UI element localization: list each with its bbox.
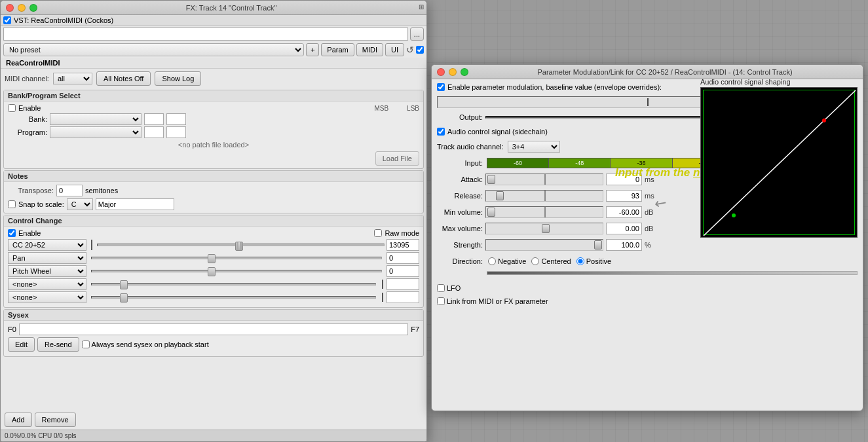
scale-name-input[interactable] (96, 198, 174, 210)
preset-controls-row: No preset + Param MIDI UI ↺ (1, 42, 426, 58)
cc2-value[interactable] (387, 252, 419, 264)
cc3-value[interactable] (387, 265, 419, 277)
signal-shaping-display[interactable] (700, 87, 858, 238)
enable-bank-checkbox[interactable] (8, 104, 16, 112)
program-row: Program: (8, 126, 419, 138)
cc-row-4: <none> (8, 278, 419, 290)
attack-slider[interactable] (485, 174, 603, 185)
midi-button[interactable]: MIDI (356, 43, 383, 56)
link-midi-label: Link from MIDI or FX parameter (437, 297, 858, 305)
cc5-select[interactable]: <none> (8, 291, 86, 303)
midi-channel-label: MIDI channel: (5, 75, 49, 83)
maximize-button[interactable] (29, 4, 37, 12)
sysex-edit-button[interactable]: Edit (8, 337, 35, 352)
param-button[interactable]: Param (321, 43, 354, 56)
preset-select[interactable]: No preset (3, 43, 304, 56)
max-volume-thumb (542, 224, 550, 233)
strength-slider[interactable] (485, 239, 603, 251)
cc4-value[interactable] (387, 278, 419, 290)
cc2-slider[interactable] (91, 257, 382, 259)
snap-checkbox[interactable] (8, 200, 16, 208)
always-send-label: Always send sysex on playback start (82, 341, 209, 348)
program-msb-input[interactable] (144, 126, 164, 138)
cc3-slider[interactable] (91, 270, 382, 272)
cc1-slider[interactable] (97, 244, 385, 246)
max-volume-value[interactable] (606, 223, 642, 234)
release-value[interactable] (606, 190, 642, 202)
bank-lsb-input[interactable] (166, 113, 186, 125)
raw-mode-checkbox[interactable] (374, 229, 382, 237)
direction-negative-radio[interactable] (488, 257, 496, 265)
snap-row: Snap to scale: C (8, 198, 419, 210)
cc2-select[interactable]: Pan (8, 252, 86, 264)
bank-select[interactable] (50, 113, 142, 125)
param-maximize-button[interactable] (461, 68, 468, 76)
enable-param-checkbox[interactable] (437, 83, 445, 91)
link-midi-checkbox[interactable] (437, 297, 445, 305)
cc-enable-checkbox[interactable] (8, 229, 16, 237)
strength-value[interactable] (606, 239, 642, 251)
cc1-value[interactable] (387, 239, 419, 251)
all-notes-off-button[interactable]: All Notes Off (96, 71, 151, 86)
remove-button[interactable]: Remove (35, 413, 76, 427)
track-channel-select[interactable]: 3+4 (508, 141, 560, 153)
min-volume-thumb (487, 208, 495, 217)
midi-channel-select[interactable]: all (53, 73, 92, 84)
sysex-resend-button[interactable]: Re-send (37, 337, 79, 352)
bank-msb-input[interactable] (144, 113, 164, 125)
fx-enable-checkbox2[interactable] (416, 46, 424, 54)
min-volume-slider[interactable] (485, 206, 603, 218)
signal-shaping-title: Audio control signal shaping (700, 78, 858, 86)
add-preset-button[interactable]: + (306, 43, 319, 56)
direction-centered-radio[interactable] (531, 257, 539, 265)
cc1-select[interactable]: CC 20+52 (8, 239, 86, 251)
always-send-checkbox[interactable] (82, 341, 90, 348)
param-close-button[interactable] (437, 68, 445, 76)
strength-unit: % (645, 241, 658, 249)
dots-button[interactable]: ... (410, 28, 424, 41)
preset-text-input[interactable] (3, 28, 408, 41)
max-volume-slider[interactable] (485, 223, 603, 234)
min-volume-center-mark (544, 207, 546, 217)
param-minimize-button[interactable] (449, 68, 457, 76)
cc5-marker (382, 293, 383, 302)
min-volume-value[interactable] (606, 206, 642, 218)
param-window-titlebar: Parameter Modulation/Link for CC 20+52 /… (432, 65, 863, 79)
cc4-slider[interactable] (91, 283, 376, 285)
cc4-select[interactable]: <none> (8, 278, 86, 290)
close-button[interactable] (6, 4, 14, 12)
cc5-slider[interactable] (91, 296, 376, 299)
show-log-button[interactable]: Show Log (155, 71, 201, 86)
program-select[interactable] (50, 126, 142, 138)
cc5-value[interactable] (387, 291, 419, 303)
cc-row-3: Pitch Wheel (8, 265, 419, 277)
bank-program-title: Bank/Program Select (4, 90, 423, 101)
transpose-input[interactable] (56, 185, 83, 196)
notes-section: Notes Transpose: semitones Snap to scale… (3, 170, 424, 213)
audio-control-checkbox[interactable] (437, 128, 445, 136)
param-window: Parameter Modulation/Link for CC 20+52 /… (431, 64, 863, 411)
vst-label: VST: ReaControlMIDI (Cockos) (14, 16, 113, 24)
minimize-button[interactable] (18, 4, 26, 12)
pin-icon[interactable]: ⊞ (419, 3, 424, 10)
vst-enable-checkbox[interactable] (3, 16, 11, 24)
sysex-hex-row: F0 F7 (8, 323, 419, 335)
sysex-input[interactable] (19, 323, 408, 335)
lfo-checkbox[interactable] (437, 284, 445, 292)
release-slider[interactable] (485, 190, 603, 202)
program-label: Program: (8, 128, 47, 136)
msb-label: MSB (374, 105, 388, 112)
add-button[interactable]: Add (5, 413, 32, 427)
scale-key-select[interactable]: C (67, 198, 93, 210)
direction-positive-radio[interactable] (576, 257, 584, 265)
enable-bank-row: Enable MSB LSB (8, 104, 419, 112)
load-file-button[interactable]: Load File (375, 151, 419, 166)
ui-button[interactable]: UI (385, 43, 404, 56)
program-lsb-input[interactable] (166, 126, 186, 138)
direction-centered-label[interactable]: Centered (531, 257, 571, 265)
direction-label: Direction: (437, 257, 483, 265)
direction-positive-label[interactable]: Positive (576, 257, 612, 265)
lfo-section: LFO (437, 284, 858, 292)
direction-negative-label[interactable]: Negative (488, 257, 526, 265)
cc3-select[interactable]: Pitch Wheel (8, 265, 86, 277)
